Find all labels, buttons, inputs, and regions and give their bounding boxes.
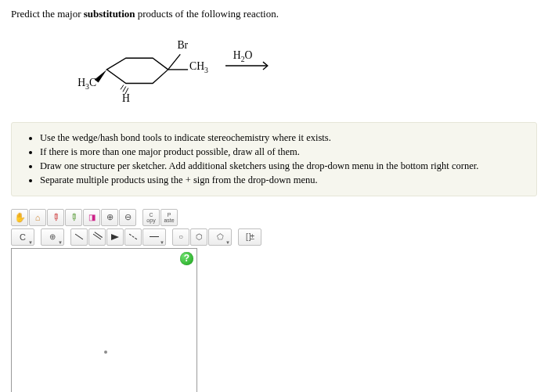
bond-more[interactable]: ▼ [142, 228, 166, 246]
pentagon-icon: ⬠ [217, 232, 224, 241]
instruction-item: Draw one structure per sketcher. Add add… [40, 159, 525, 173]
wedge-icon [111, 234, 119, 240]
bond-icon [150, 236, 159, 237]
question-prompt: Predict the major substitution products … [11, 8, 537, 20]
instructions-box: Use the wedge/hash bond tools to indicat… [11, 122, 537, 196]
ring-pent[interactable]: ⬠▼ [208, 228, 232, 246]
label-h3c: H3C [78, 77, 96, 91]
reaction-scheme: Br CH3 H3C H H2O [74, 31, 308, 102]
erase-icon: ◨ [88, 213, 96, 221]
bond-wedge[interactable] [106, 228, 124, 246]
toolbar-bottom: C▼ ⊕▼ ▼ ○ ⬡ ⬠▼ [ ]± [11, 228, 261, 246]
label-br: Br [177, 39, 188, 51]
instruction-item: If there is more than one major product … [40, 145, 525, 159]
prompt-post: products of the following reaction. [135, 8, 279, 20]
plus-icon: ⊕ [49, 232, 56, 241]
drawing-canvas[interactable]: ? [11, 248, 197, 393]
structure-sketcher: ✋ ⌂ ✎ ✎ ◨ ⊕ ⊖ Copy Paste C▼ ⊕▼ ▼ ○ ⬡ ⬠▼ … [11, 209, 261, 393]
atom-picker[interactable]: C▼ [11, 228, 34, 246]
zoom-in-icon: ⊕ [106, 212, 114, 222]
tool-pen[interactable]: ✎ [65, 209, 82, 226]
tool-paste[interactable]: Paste [160, 209, 178, 226]
tool-draw[interactable]: ✎ [47, 209, 64, 226]
tool-erase[interactable]: ◨ [83, 209, 100, 226]
charge-tool[interactable]: ⊕▼ [41, 228, 64, 246]
tool-home[interactable]: ⌂ [29, 209, 46, 226]
pencil-icon: ✎ [49, 210, 63, 224]
bond-hash[interactable] [124, 228, 142, 246]
hand-icon: ✋ [14, 212, 26, 223]
bond-double-icon [93, 234, 101, 240]
home-icon: ⌂ [35, 213, 41, 222]
prompt-pre: Predict the major [11, 8, 84, 20]
instructions-list: Use the wedge/hash bond tools to indicat… [23, 131, 525, 188]
svg-line-1 [168, 54, 181, 70]
brackets-icon: [ ]± [246, 232, 254, 241]
hash-icon [129, 234, 137, 240]
chevron-down-icon: ▼ [58, 240, 63, 245]
canvas-center-dot [104, 351, 107, 354]
instruction-item: Use the wedge/hash bond tools to indicat… [40, 131, 525, 145]
zoom-out-icon: ⊖ [124, 212, 132, 222]
toolbar-top: ✋ ⌂ ✎ ✎ ◨ ⊕ ⊖ Copy Paste [11, 209, 261, 226]
ring-hex[interactable]: ⬡ [190, 228, 207, 246]
tool-hand[interactable]: ✋ [11, 209, 28, 226]
tool-zoom-in[interactable]: ⊕ [101, 209, 118, 226]
atom-c-label: C [20, 232, 26, 242]
label-ch3: CH3 [189, 60, 208, 74]
hexagon-icon: ⬡ [196, 232, 203, 241]
chevron-down-icon: ▼ [28, 240, 33, 245]
pen-icon: ✎ [67, 210, 81, 224]
bond-single[interactable] [70, 228, 88, 246]
bond-double[interactable] [88, 228, 106, 246]
svg-line-4 [121, 85, 124, 89]
ring-icon: ○ [178, 232, 183, 241]
help-icon: ? [184, 253, 189, 264]
tool-zoom-out[interactable]: ⊖ [119, 209, 136, 226]
chevron-down-icon: ▼ [160, 240, 164, 245]
label-h2o: H2O [233, 49, 253, 63]
brackets-tool[interactable]: [ ]± [238, 228, 261, 246]
svg-marker-0 [106, 58, 168, 83]
svg-line-5 [123, 86, 126, 92]
tool-copy[interactable]: Copy [142, 209, 160, 226]
chevron-down-icon: ▼ [225, 240, 230, 245]
prompt-bold: substitution [84, 8, 135, 20]
instruction-item: Separate multiple products using the + s… [40, 173, 525, 187]
label-h: H [122, 92, 130, 102]
bond-single-icon [75, 234, 83, 240]
help-button[interactable]: ? [180, 252, 193, 265]
ring-cyclo[interactable]: ○ [172, 228, 189, 246]
